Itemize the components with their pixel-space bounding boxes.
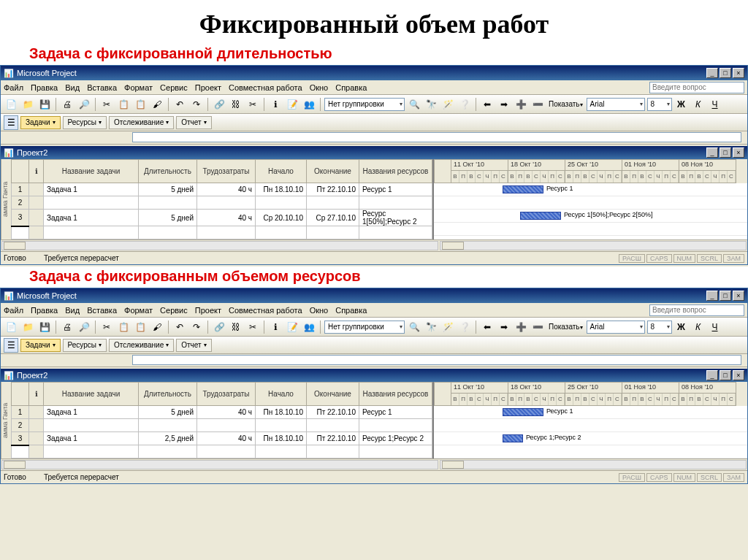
- doc-close-button[interactable]: ×: [733, 147, 744, 158]
- duration-col-header[interactable]: Длительность: [139, 160, 197, 183]
- menu-item[interactable]: Справка: [335, 306, 367, 315]
- timescale[interactable]: 11 Окт '10ВПВСЧПС18 Окт '10ВПВСЧПС25 Окт…: [434, 159, 747, 183]
- menu-item[interactable]: Справка: [335, 83, 367, 92]
- new-icon[interactable]: [4, 97, 18, 112]
- doc-maximize-button[interactable]: □: [720, 147, 731, 158]
- notes-icon[interactable]: 📝: [285, 97, 299, 112]
- resources-cell[interactable]: [359, 419, 432, 432]
- duration-cell[interactable]: [139, 196, 197, 210]
- menu-item[interactable]: Правка: [31, 83, 58, 92]
- row-header-col[interactable]: [12, 383, 29, 406]
- h-scrollbar[interactable]: [1, 239, 747, 251]
- resources-cell[interactable]: Ресурс 1[50%];Ресурс 2: [359, 210, 432, 226]
- help-search-input[interactable]: [649, 82, 744, 93]
- indent-icon[interactable]: [497, 320, 511, 334]
- menu-item[interactable]: Вставка: [87, 306, 117, 315]
- maximize-button[interactable]: □: [720, 68, 731, 78]
- italic-button[interactable]: К: [691, 97, 706, 112]
- outdent-icon[interactable]: [480, 97, 495, 112]
- edit-input[interactable]: [132, 132, 741, 142]
- task-name-cell[interactable]: Задача 1: [44, 183, 139, 196]
- duration-cell[interactable]: [139, 419, 197, 432]
- table-row[interactable]: 1 Задача 1 5 дней 40 ч Пн 18.10.10 Пт 22…: [12, 406, 432, 419]
- finish-cell[interactable]: [307, 419, 359, 432]
- start-col-header[interactable]: Начало: [256, 160, 307, 183]
- view-icon[interactable]: ☰: [4, 338, 18, 353]
- info-icon[interactable]: ℹ: [268, 97, 283, 112]
- save-icon[interactable]: [37, 97, 52, 112]
- doc-close-button[interactable]: ×: [733, 370, 744, 380]
- start-col-header[interactable]: Начало: [256, 383, 307, 406]
- row-header-col[interactable]: [12, 160, 29, 183]
- row-number[interactable]: 3: [12, 432, 29, 445]
- info-cell[interactable]: [29, 210, 44, 226]
- timescale[interactable]: 11 Окт '10ВПВСЧПС18 Окт '10ВПВСЧПС25 Окт…: [434, 382, 747, 406]
- task-name-cell[interactable]: Задача 1: [44, 432, 139, 445]
- minimize-button[interactable]: _: [706, 291, 718, 301]
- start-cell[interactable]: Пн 18.10.10: [256, 406, 307, 419]
- start-cell[interactable]: [256, 419, 307, 432]
- info-cell[interactable]: [29, 419, 44, 432]
- duration-cell[interactable]: 5 дней: [139, 406, 197, 419]
- finish-col-header[interactable]: Окончание: [307, 160, 359, 183]
- menu-item[interactable]: Формат: [124, 83, 153, 92]
- split-icon[interactable]: ✂: [245, 97, 260, 112]
- task-name-cell[interactable]: [44, 419, 139, 432]
- menu-item[interactable]: Проект: [195, 306, 221, 315]
- redo-icon[interactable]: [189, 97, 204, 112]
- split-icon[interactable]: ✂: [245, 320, 260, 334]
- menu-item[interactable]: Сервис: [160, 83, 188, 92]
- underline-button[interactable]: Ч: [708, 97, 722, 112]
- zoom-icon[interactable]: [407, 320, 421, 334]
- goto-icon[interactable]: 🔭: [424, 320, 438, 334]
- resources-view-button[interactable]: Ресурсы ▾: [63, 116, 107, 129]
- font-combo[interactable]: Arial: [587, 321, 645, 334]
- info-icon[interactable]: ℹ: [268, 320, 283, 334]
- info-cell[interactable]: [29, 406, 44, 419]
- resources-col-header[interactable]: Названия ресурсов: [359, 160, 432, 183]
- grouping-combo[interactable]: Нет группировки: [324, 321, 405, 334]
- h-scrollbar[interactable]: [1, 459, 747, 470]
- view-icon[interactable]: ☰: [4, 115, 18, 130]
- row-number[interactable]: 3: [12, 210, 29, 226]
- finish-cell[interactable]: [307, 196, 359, 210]
- unlink-icon[interactable]: ⛓: [229, 320, 243, 334]
- paste-icon[interactable]: [133, 97, 148, 112]
- close-button[interactable]: ×: [733, 68, 744, 78]
- menu-item[interactable]: Окно: [310, 83, 329, 92]
- info-cell[interactable]: [29, 196, 44, 210]
- new-icon[interactable]: [4, 320, 18, 334]
- table-row[interactable]: 2: [12, 419, 432, 432]
- report-view-button[interactable]: Отчет ▾: [176, 116, 211, 129]
- print-icon[interactable]: [60, 97, 75, 112]
- help-icon[interactable]: [457, 97, 472, 112]
- resources-cell[interactable]: Ресурс 1: [359, 406, 432, 419]
- tracking-view-button[interactable]: Отслеживание ▾: [109, 339, 174, 352]
- format-painter-icon[interactable]: 🖌: [150, 320, 164, 334]
- doc-minimize-button[interactable]: _: [706, 147, 718, 158]
- resources-view-button[interactable]: Ресурсы ▾: [63, 339, 107, 352]
- duration-cell[interactable]: 2,5 дней: [139, 432, 197, 445]
- copy-icon[interactable]: [116, 97, 131, 112]
- table-row[interactable]: 2: [12, 196, 432, 210]
- duration-cell[interactable]: 5 дней: [139, 210, 197, 226]
- resources-cell[interactable]: Ресурс 1: [359, 183, 432, 196]
- edit-input[interactable]: [132, 355, 741, 365]
- link-icon[interactable]: [212, 320, 226, 334]
- redo-icon[interactable]: [189, 320, 204, 334]
- maximize-button[interactable]: □: [720, 291, 731, 301]
- outdent-icon[interactable]: [480, 320, 495, 334]
- close-button[interactable]: ×: [733, 291, 744, 301]
- work-cell[interactable]: 40 ч: [197, 432, 256, 445]
- undo-icon[interactable]: [172, 97, 187, 112]
- menu-item[interactable]: Проект: [195, 83, 221, 92]
- finish-cell[interactable]: Ср 27.10.10: [307, 210, 359, 226]
- expand-icon[interactable]: [514, 97, 528, 112]
- work-cell[interactable]: 40 ч: [197, 183, 256, 196]
- doc-minimize-button[interactable]: _: [706, 370, 718, 380]
- row-number[interactable]: 2: [12, 196, 29, 210]
- cut-icon[interactable]: [99, 320, 114, 334]
- tasks-view-button[interactable]: Задачи ▾: [20, 339, 61, 352]
- name-col-header[interactable]: Название задачи: [44, 160, 139, 183]
- font-size-combo[interactable]: 8: [647, 98, 672, 111]
